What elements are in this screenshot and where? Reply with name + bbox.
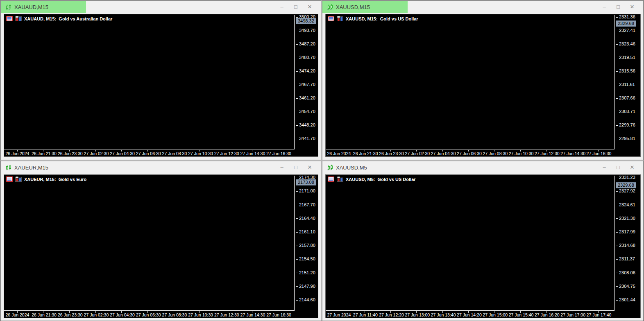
time-tick-mark (147, 311, 148, 313)
time-tick-mark (174, 150, 174, 151)
price-tick-label: 2317.99 (616, 230, 635, 234)
minimize-button[interactable]: – (277, 161, 286, 174)
time-tick-label: 27 Jun 10:30 (188, 312, 213, 317)
chart-svg (4, 15, 294, 149)
time-tick-label: 27 Jun 14:30 (240, 151, 265, 156)
price-tick-label: 2304.75 (616, 284, 635, 289)
time-tick-label: 27 Jun 13:40 (431, 312, 456, 317)
price-axis[interactable]: 2331.232327.922324.612321.302317.992314.… (615, 176, 640, 311)
price-tick-label: 2321.30 (616, 216, 635, 221)
time-tick-label: 27 Jun 10:30 (188, 151, 213, 156)
price-axis[interactable]: 3500.203493.703487.203480.703474.203467.… (295, 15, 318, 149)
time-tick-mark (226, 311, 226, 313)
time-tick-mark (69, 150, 70, 151)
window-title-chip[interactable]: XAUUSD,M5 (322, 161, 372, 174)
price-axis[interactable]: 2331.362327.412323.462319.512315.562311.… (615, 15, 640, 149)
restore-button[interactable]: □ (291, 1, 300, 13)
chart-window: XAUEUR,M15 – □ ✕ (0, 161, 321, 321)
chart-header-label: XAUAUD, M15: Gold vs Australian Dollar (24, 16, 112, 21)
close-button[interactable]: ✕ (628, 1, 637, 13)
time-tick-label: 26 Jun 23:30 (379, 151, 404, 156)
chart-plot[interactable] (4, 176, 295, 311)
time-tick-label: 27 Jun 11:40 (353, 312, 378, 317)
time-tick-label: 27 Jun 12:30 (535, 151, 560, 156)
window-titlebar[interactable]: XAUEUR,M15 – □ ✕ (1, 161, 321, 174)
restore-button[interactable]: □ (291, 161, 300, 174)
time-tick-label: 27 Jun 08:30 (162, 151, 187, 156)
price-tick-label: 2327.92 (616, 189, 635, 193)
price-tick-label: 2323.46 (616, 42, 635, 46)
price-tick-label: 3461.20 (296, 96, 315, 100)
chart-plot[interactable] (326, 176, 615, 311)
time-tick-mark (121, 311, 122, 313)
price-tick-label: 2295.81 (616, 136, 635, 141)
time-axis[interactable]: 26 Jun 202426 Jun 21:3026 Jun 23:3027 Ju… (4, 150, 295, 156)
price-tick-label: 2307.66 (616, 96, 635, 100)
price-tick-label: 2303.71 (616, 109, 635, 114)
price-tick-label: 2171.00 (296, 189, 315, 193)
minimize-button[interactable]: – (600, 1, 609, 13)
time-tick-mark (468, 150, 469, 151)
minimize-button[interactable]: – (600, 161, 609, 174)
time-tick-label: 27 Jun 14:20 (457, 312, 482, 317)
window-controls: – □ ✕ (600, 1, 643, 13)
time-tick-mark (598, 150, 599, 151)
time-tick-mark (174, 311, 174, 313)
chart-window: XAUUSD,M15 – □ ✕ (322, 0, 644, 160)
quotes-table-icon (6, 176, 13, 182)
window-title-chip[interactable]: XAUAUD,M15 (1, 1, 86, 13)
price-tick-label: 3474.20 (296, 69, 315, 73)
close-button[interactable]: ✕ (305, 161, 314, 174)
candlestick-pair-icon (327, 165, 333, 171)
current-price-badge: 2173.08 (296, 179, 316, 185)
chart-plot[interactable] (326, 15, 615, 149)
restore-button[interactable]: □ (614, 161, 623, 174)
window-titlebar[interactable]: XAUUSD,M5 – □ ✕ (322, 161, 643, 174)
window-title: XAUUSD,M15 (336, 4, 370, 10)
price-tick-label: 3448.20 (296, 123, 315, 127)
time-axis[interactable]: 26 Jun 202426 Jun 21:3026 Jun 23:3027 Ju… (4, 311, 295, 318)
price-tick-label: 2311.61 (616, 82, 635, 87)
price-tick-label: 2154.50 (296, 257, 315, 261)
price-tick-label: 2315.56 (616, 69, 635, 73)
time-tick-label: 27 Jun 04:30 (110, 312, 135, 317)
price-tick-label: 2161.10 (296, 230, 315, 234)
window-controls: – □ ✕ (277, 161, 321, 174)
time-tick-mark (17, 150, 18, 151)
time-tick-mark (520, 150, 521, 151)
time-axis[interactable]: 26 Jun 202426 Jun 21:3026 Jun 23:3027 Ju… (326, 150, 615, 156)
restore-button[interactable]: □ (614, 1, 623, 13)
time-tick-label: 27 Jun 13:00 (405, 312, 430, 317)
price-tick-label: 2147.90 (296, 284, 315, 289)
window-title-chip[interactable]: XAUUSD,M15 (322, 1, 408, 13)
time-tick-label: 27 Jun 15:00 (483, 312, 508, 317)
window-title: XAUAUD,M15 (14, 4, 48, 10)
time-tick-label: 27 Jun 06:30 (136, 312, 161, 317)
chart-header: XAUAUD, M15: Gold vs Australian Dollar (6, 16, 112, 21)
price-tick-label: 2319.51 (616, 55, 635, 60)
current-price-badge: 2329.68 (616, 20, 636, 27)
bar-chart-icon (337, 16, 343, 21)
close-button[interactable]: ✕ (305, 1, 314, 13)
time-tick-label: 27 Jun 16:30 (587, 151, 612, 156)
price-tick-label: 3467.70 (296, 82, 315, 87)
price-tick-label: 2299.76 (616, 123, 635, 127)
time-tick-label: 27 Jun 16:20 (535, 312, 560, 317)
chart-svg (326, 15, 614, 149)
window-titlebar[interactable]: XAUUSD,M15 – □ ✕ (322, 1, 643, 13)
time-tick-label: 27 Jun 06:30 (136, 151, 161, 156)
window-title-chip[interactable]: XAUEUR,M15 (1, 161, 53, 174)
chart-plot[interactable] (4, 15, 295, 149)
window-controls: – □ ✕ (600, 161, 643, 174)
current-price-badge: 3498.32 (296, 18, 316, 24)
time-axis[interactable]: 27 Jun 202427 Jun 11:4027 Jun 12:2027 Ju… (326, 311, 615, 318)
time-tick-label: 27 Jun 17:00 (560, 312, 585, 317)
time-tick-mark (390, 150, 391, 151)
window-titlebar[interactable]: XAUAUD,M15 – □ ✕ (1, 1, 321, 13)
minimize-button[interactable]: – (277, 1, 286, 13)
price-tick-label: 2308.06 (616, 271, 635, 275)
price-tick-label: 2331.23 (616, 175, 635, 180)
time-tick-label: 27 Jun 16:30 (266, 151, 291, 156)
close-button[interactable]: ✕ (628, 161, 637, 174)
price-axis[interactable]: 2174.302171.002167.702164.402161.102157.… (295, 176, 318, 311)
